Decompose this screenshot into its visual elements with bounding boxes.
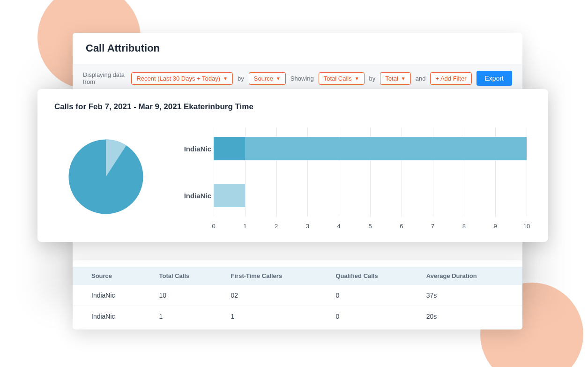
date-range-dropdown[interactable]: Recent (Last 30 Days + Today) ▼ (131, 72, 233, 85)
x-tick: 5 (368, 223, 372, 230)
x-tick: 1 (243, 223, 246, 230)
col-total[interactable]: Total Calls (152, 267, 223, 285)
add-filter-label: + Add Filter (435, 75, 466, 82)
filter-and-label: and (416, 75, 426, 82)
x-tick: 6 (400, 223, 403, 230)
x-tick: 7 (431, 223, 434, 230)
bar-2-segment (214, 184, 245, 207)
col-duration[interactable]: Average Duration (419, 267, 522, 285)
aggregate-dropdown[interactable]: Total ▼ (380, 72, 410, 85)
filter-prefix-text: Displaying data from (83, 71, 127, 85)
source-dropdown[interactable]: Source ▼ (249, 72, 286, 85)
chevron-down-icon: ▼ (355, 76, 359, 81)
source-label: Source (254, 75, 273, 82)
table-header-row: Source Total Calls First-Time Callers Qu… (73, 267, 522, 285)
cell-first: 1 (223, 306, 328, 327)
col-source[interactable]: Source (73, 267, 152, 285)
cell-first: 02 (223, 285, 328, 306)
bar-label-1: IndiaNic (176, 145, 211, 153)
table-row[interactable]: IndiaNic 1 1 0 20s (73, 306, 522, 327)
table-row[interactable]: IndiaNic 10 02 0 37s (73, 285, 522, 306)
col-qualified[interactable]: Qualified Calls (328, 267, 418, 285)
x-tick: 0 (212, 223, 215, 230)
aggregate-label: Total (385, 75, 398, 82)
add-filter-button[interactable]: + Add Filter (430, 72, 471, 85)
chevron-down-icon: ▼ (276, 76, 281, 81)
x-tick: 9 (494, 223, 497, 230)
page-title: Call Attribution (86, 42, 509, 54)
cell-duration: 20s (419, 306, 522, 327)
x-tick: 4 (337, 223, 341, 230)
cell-total: 10 (152, 285, 223, 306)
cell-source: IndiaNic (73, 306, 152, 327)
bar-label-2: IndiaNic (176, 192, 211, 200)
x-tick: 2 (275, 223, 278, 230)
x-tick: 3 (306, 223, 309, 230)
cell-duration: 37s (419, 285, 522, 306)
bar-1-segment-b (245, 137, 527, 160)
cell-total: 1 (152, 306, 223, 327)
chart-panel: Calls for Feb 7, 2021 - Mar 9, 2021 Ekat… (37, 89, 548, 242)
cell-qualified: 0 (328, 306, 418, 327)
x-tick: 10 (523, 223, 530, 230)
panel-header: Call Attribution (73, 33, 522, 64)
bar-1-segment-a (214, 137, 245, 160)
metric-label: Total Calls (324, 75, 352, 82)
bar-row-1: IndiaNic (214, 137, 527, 160)
chart-title: Calls for Feb 7, 2021 - Mar 9, 2021 Ekat… (54, 102, 531, 112)
filter-showing-label: Showing (290, 75, 314, 82)
chevron-down-icon: ▼ (223, 76, 228, 81)
bar-row-2: IndiaNic (214, 184, 527, 207)
data-table-panel: Source Total Calls First-Time Callers Qu… (73, 260, 522, 330)
bar-plot-area: IndiaNic IndiaNic 0 1 2 3 4 5 6 7 8 (214, 127, 527, 217)
chevron-down-icon: ▼ (401, 76, 406, 81)
pie-chart (54, 123, 157, 231)
cell-qualified: 0 (328, 285, 418, 306)
data-table: Source Total Calls First-Time Callers Qu… (73, 267, 522, 327)
export-button[interactable]: Export (476, 71, 512, 86)
metric-dropdown[interactable]: Total Calls ▼ (319, 72, 365, 85)
filter-by-label-1: by (238, 75, 244, 82)
filter-by-label-2: by (369, 75, 376, 82)
filter-bar: Displaying data from Recent (Last 30 Day… (73, 64, 522, 92)
date-range-label: Recent (Last 30 Days + Today) (136, 75, 220, 82)
x-tick: 8 (462, 223, 466, 230)
cell-source: IndiaNic (73, 285, 152, 306)
bar-chart: IndiaNic IndiaNic 0 1 2 3 4 5 6 7 8 (176, 123, 531, 231)
col-first[interactable]: First-Time Callers (223, 267, 328, 285)
